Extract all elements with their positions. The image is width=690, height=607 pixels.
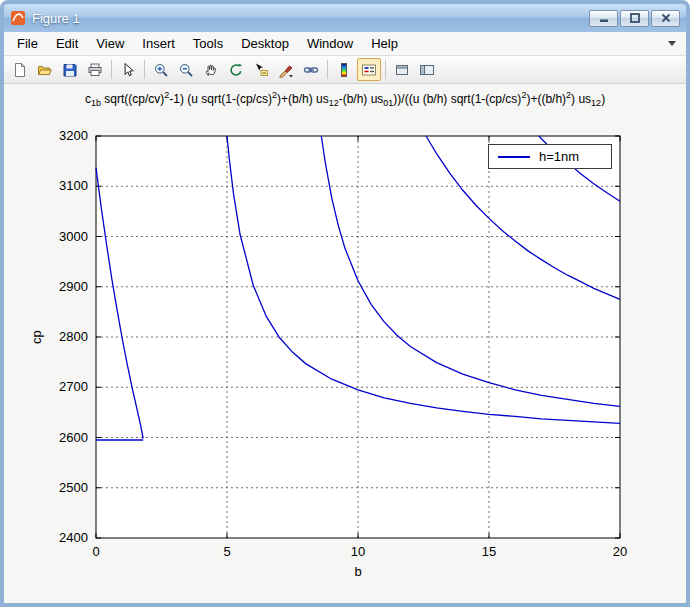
data-cursor-button[interactable]	[249, 58, 273, 81]
minimize-button[interactable]	[589, 10, 618, 27]
zoom-out-icon	[178, 62, 194, 78]
insert-colorbar-button[interactable]	[332, 58, 356, 81]
show-plot-tools-button[interactable]	[415, 58, 439, 81]
x-tick-label: 10	[351, 544, 365, 559]
data-cursor-icon	[253, 62, 269, 78]
y-tick-label: 2900	[59, 279, 88, 294]
menu-item-edit[interactable]: Edit	[47, 33, 87, 54]
insert-legend-button[interactable]	[357, 58, 381, 81]
y-tick-label: 3200	[59, 128, 88, 143]
toolbar-separator	[111, 60, 112, 79]
open-file-icon	[37, 62, 53, 78]
x-tick-label: 0	[92, 544, 99, 559]
brush-icon	[278, 62, 294, 78]
edit-plot-button[interactable]	[116, 58, 140, 81]
y-axis-label: cp	[29, 330, 44, 344]
menu-overflow-icon[interactable]	[668, 41, 676, 46]
print-icon	[87, 62, 103, 78]
new-figure-icon	[12, 62, 28, 78]
colorbar-icon	[336, 62, 352, 78]
zoom-out-button[interactable]	[174, 58, 198, 81]
y-tick-label: 3000	[59, 229, 88, 244]
new-figure-button[interactable]	[8, 58, 32, 81]
toolbar-separator	[385, 60, 386, 79]
dropdown-arrow-icon	[289, 75, 293, 78]
maximize-button[interactable]	[620, 10, 649, 27]
x-tick-label: 15	[482, 544, 496, 559]
toolbar-separator	[327, 60, 328, 79]
legend-box[interactable]: h=1nm	[488, 144, 612, 169]
menu-item-help[interactable]: Help	[362, 33, 407, 54]
zoom-in-button[interactable]	[149, 58, 173, 81]
minimize-icon	[599, 13, 609, 23]
pan-button[interactable]	[199, 58, 223, 81]
legend-line-sample	[498, 156, 530, 158]
window-controls	[589, 10, 680, 27]
legend-icon	[361, 62, 377, 78]
show-plot-tools-icon	[419, 62, 435, 78]
menu-item-desktop[interactable]: Desktop	[232, 33, 298, 54]
link-plot-icon	[303, 62, 319, 78]
hide-plot-tools-button[interactable]	[390, 58, 414, 81]
save-icon	[62, 62, 78, 78]
x-tick-label: 5	[223, 544, 230, 559]
toolbar-separator	[144, 60, 145, 79]
x-axis-label: b	[354, 564, 361, 579]
brush-data-button[interactable]	[274, 58, 298, 81]
link-plot-button[interactable]	[299, 58, 323, 81]
hide-plot-tools-icon	[394, 62, 410, 78]
rotate-3d-icon	[228, 62, 244, 78]
menubar: File Edit View Insert Tools Desktop Wind…	[4, 32, 686, 56]
open-file-button[interactable]	[33, 58, 57, 81]
menu-item-view[interactable]: View	[87, 33, 133, 54]
window-title: Figure 1	[32, 11, 80, 26]
zoom-in-icon	[153, 62, 169, 78]
pan-hand-icon	[203, 62, 219, 78]
maximize-icon	[630, 13, 640, 23]
edit-arrow-icon	[120, 62, 136, 78]
toolbar	[4, 56, 686, 84]
close-icon	[661, 13, 671, 23]
y-tick-label: 2700	[59, 379, 88, 394]
figure-window: Figure 1 File Edit View Insert Tools Des…	[0, 0, 690, 607]
y-tick-label: 2600	[59, 430, 88, 445]
y-tick-label: 3100	[59, 178, 88, 193]
rotate-3d-button[interactable]	[224, 58, 248, 81]
close-button[interactable]	[651, 10, 680, 27]
x-tick-label: 20	[613, 544, 627, 559]
legend-label: h=1nm	[539, 149, 579, 164]
matlab-figure-icon	[10, 10, 26, 26]
titlebar[interactable]: Figure 1	[4, 4, 686, 32]
y-tick-label: 2400	[59, 530, 88, 545]
menu-item-tools[interactable]: Tools	[184, 33, 232, 54]
figure-canvas: c1b sqrt((cp/cv)2-1) (u sqrt(1-(cp/cs)2)…	[4, 84, 686, 603]
y-tick-label: 2800	[59, 329, 88, 344]
menu-item-insert[interactable]: Insert	[133, 33, 184, 54]
print-figure-button[interactable]	[83, 58, 107, 81]
menu-item-window[interactable]: Window	[298, 33, 362, 54]
save-figure-button[interactable]	[58, 58, 82, 81]
y-tick-label: 2500	[59, 480, 88, 495]
menu-item-file[interactable]: File	[8, 33, 47, 54]
